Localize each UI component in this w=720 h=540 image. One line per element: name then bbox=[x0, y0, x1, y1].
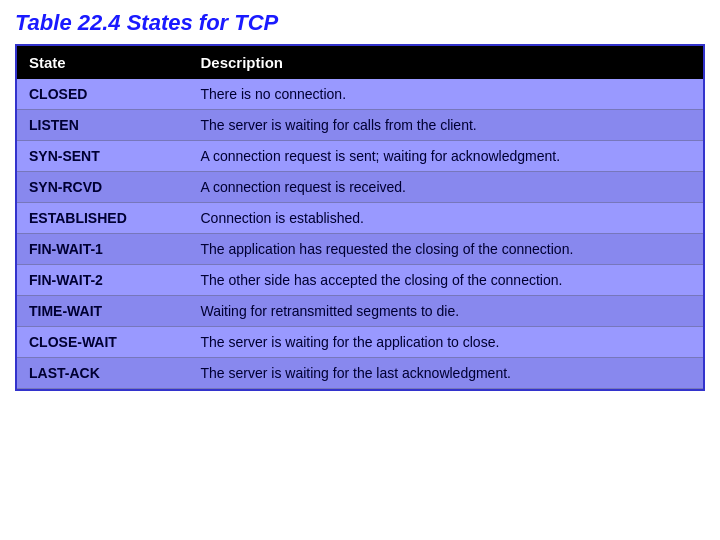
table-container: State Description CLOSEDThere is no conn… bbox=[15, 44, 705, 391]
table-row: LISTENThe server is waiting for calls fr… bbox=[17, 110, 703, 141]
table-row: FIN-WAIT-2The other side has accepted th… bbox=[17, 265, 703, 296]
cell-state: CLOSED bbox=[17, 79, 189, 110]
cell-state: LISTEN bbox=[17, 110, 189, 141]
table-header-row: State Description bbox=[17, 46, 703, 79]
cell-state: TIME-WAIT bbox=[17, 296, 189, 327]
table-row: TIME-WAITWaiting for retransmitted segme… bbox=[17, 296, 703, 327]
table-row: SYN-RCVDA connection request is received… bbox=[17, 172, 703, 203]
header-description: Description bbox=[189, 46, 704, 79]
cell-state: FIN-WAIT-2 bbox=[17, 265, 189, 296]
cell-description: Waiting for retransmitted segments to di… bbox=[189, 296, 704, 327]
cell-description: The application has requested the closin… bbox=[189, 234, 704, 265]
table-row: LAST-ACKThe server is waiting for the la… bbox=[17, 358, 703, 389]
cell-description: A connection request is sent; waiting fo… bbox=[189, 141, 704, 172]
cell-state: CLOSE-WAIT bbox=[17, 327, 189, 358]
table-row: FIN-WAIT-1The application has requested … bbox=[17, 234, 703, 265]
cell-state: LAST-ACK bbox=[17, 358, 189, 389]
header-state: State bbox=[17, 46, 189, 79]
cell-state: ESTABLISHED bbox=[17, 203, 189, 234]
table-row: CLOSEDThere is no connection. bbox=[17, 79, 703, 110]
cell-state: SYN-RCVD bbox=[17, 172, 189, 203]
cell-description: The server is waiting for calls from the… bbox=[189, 110, 704, 141]
cell-description: The other side has accepted the closing … bbox=[189, 265, 704, 296]
page-title: Table 22.4 States for TCP bbox=[15, 10, 705, 36]
table-number: Table 22.4 bbox=[15, 10, 121, 35]
cell-state: SYN-SENT bbox=[17, 141, 189, 172]
table-row: CLOSE-WAITThe server is waiting for the … bbox=[17, 327, 703, 358]
cell-description: There is no connection. bbox=[189, 79, 704, 110]
table-row: SYN-SENTA connection request is sent; wa… bbox=[17, 141, 703, 172]
cell-state: FIN-WAIT-1 bbox=[17, 234, 189, 265]
states-table: State Description CLOSEDThere is no conn… bbox=[17, 46, 703, 389]
cell-description: Connection is established. bbox=[189, 203, 704, 234]
cell-description: The server is waiting for the applicatio… bbox=[189, 327, 704, 358]
table-row: ESTABLISHEDConnection is established. bbox=[17, 203, 703, 234]
cell-description: The server is waiting for the last ackno… bbox=[189, 358, 704, 389]
title-suffix: States for TCP bbox=[121, 10, 279, 35]
cell-description: A connection request is received. bbox=[189, 172, 704, 203]
